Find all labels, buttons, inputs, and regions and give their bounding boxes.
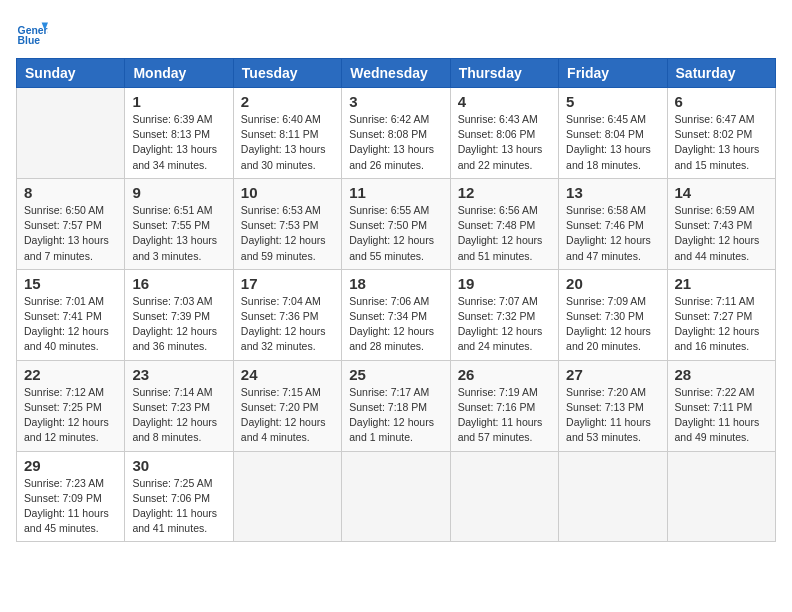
empty-cell [233, 451, 341, 542]
col-header-friday: Friday [559, 59, 667, 88]
week-row-1: 1Sunrise: 6:39 AMSunset: 8:13 PMDaylight… [17, 88, 776, 179]
logo-icon: General Blue [16, 16, 48, 48]
calendar-header-row: SundayMondayTuesdayWednesdayThursdayFrid… [17, 59, 776, 88]
day-cell-24: 24Sunrise: 7:15 AMSunset: 7:20 PMDayligh… [233, 360, 341, 451]
day-cell-25: 25Sunrise: 7:17 AMSunset: 7:18 PMDayligh… [342, 360, 450, 451]
day-cell-3: 3Sunrise: 6:42 AMSunset: 8:08 PMDaylight… [342, 88, 450, 179]
calendar-table: SundayMondayTuesdayWednesdayThursdayFrid… [16, 58, 776, 542]
day-cell-4: 4Sunrise: 6:43 AMSunset: 8:06 PMDaylight… [450, 88, 558, 179]
col-header-sunday: Sunday [17, 59, 125, 88]
col-header-monday: Monday [125, 59, 233, 88]
day-cell-5: 5Sunrise: 6:45 AMSunset: 8:04 PMDaylight… [559, 88, 667, 179]
col-header-thursday: Thursday [450, 59, 558, 88]
empty-cell [450, 451, 558, 542]
day-cell-8: 8Sunrise: 6:50 AMSunset: 7:57 PMDaylight… [17, 178, 125, 269]
day-cell-26: 26Sunrise: 7:19 AMSunset: 7:16 PMDayligh… [450, 360, 558, 451]
day-cell-19: 19Sunrise: 7:07 AMSunset: 7:32 PMDayligh… [450, 269, 558, 360]
day-cell-16: 16Sunrise: 7:03 AMSunset: 7:39 PMDayligh… [125, 269, 233, 360]
col-header-saturday: Saturday [667, 59, 775, 88]
day-cell-30: 30Sunrise: 7:25 AMSunset: 7:06 PMDayligh… [125, 451, 233, 542]
day-cell-12: 12Sunrise: 6:56 AMSunset: 7:48 PMDayligh… [450, 178, 558, 269]
day-cell-10: 10Sunrise: 6:53 AMSunset: 7:53 PMDayligh… [233, 178, 341, 269]
empty-cell [667, 451, 775, 542]
week-row-5: 29Sunrise: 7:23 AMSunset: 7:09 PMDayligh… [17, 451, 776, 542]
week-row-3: 15Sunrise: 7:01 AMSunset: 7:41 PMDayligh… [17, 269, 776, 360]
day-cell-2: 2Sunrise: 6:40 AMSunset: 8:11 PMDaylight… [233, 88, 341, 179]
day-cell-18: 18Sunrise: 7:06 AMSunset: 7:34 PMDayligh… [342, 269, 450, 360]
col-header-tuesday: Tuesday [233, 59, 341, 88]
day-cell-22: 22Sunrise: 7:12 AMSunset: 7:25 PMDayligh… [17, 360, 125, 451]
svg-text:Blue: Blue [18, 35, 41, 46]
day-cell-23: 23Sunrise: 7:14 AMSunset: 7:23 PMDayligh… [125, 360, 233, 451]
day-cell-29: 29Sunrise: 7:23 AMSunset: 7:09 PMDayligh… [17, 451, 125, 542]
col-header-wednesday: Wednesday [342, 59, 450, 88]
day-cell-11: 11Sunrise: 6:55 AMSunset: 7:50 PMDayligh… [342, 178, 450, 269]
day-cell-6: 6Sunrise: 6:47 AMSunset: 8:02 PMDaylight… [667, 88, 775, 179]
day-cell-15: 15Sunrise: 7:01 AMSunset: 7:41 PMDayligh… [17, 269, 125, 360]
empty-cell [559, 451, 667, 542]
day-cell-14: 14Sunrise: 6:59 AMSunset: 7:43 PMDayligh… [667, 178, 775, 269]
day-cell-27: 27Sunrise: 7:20 AMSunset: 7:13 PMDayligh… [559, 360, 667, 451]
day-cell-1: 1Sunrise: 6:39 AMSunset: 8:13 PMDaylight… [125, 88, 233, 179]
empty-cell [342, 451, 450, 542]
day-cell-9: 9Sunrise: 6:51 AMSunset: 7:55 PMDaylight… [125, 178, 233, 269]
calendar-body: 1Sunrise: 6:39 AMSunset: 8:13 PMDaylight… [17, 88, 776, 542]
page-header: General Blue [16, 16, 776, 48]
empty-cell [17, 88, 125, 179]
day-cell-20: 20Sunrise: 7:09 AMSunset: 7:30 PMDayligh… [559, 269, 667, 360]
day-cell-13: 13Sunrise: 6:58 AMSunset: 7:46 PMDayligh… [559, 178, 667, 269]
week-row-2: 8Sunrise: 6:50 AMSunset: 7:57 PMDaylight… [17, 178, 776, 269]
week-row-4: 22Sunrise: 7:12 AMSunset: 7:25 PMDayligh… [17, 360, 776, 451]
day-cell-21: 21Sunrise: 7:11 AMSunset: 7:27 PMDayligh… [667, 269, 775, 360]
day-cell-28: 28Sunrise: 7:22 AMSunset: 7:11 PMDayligh… [667, 360, 775, 451]
logo: General Blue [16, 16, 48, 48]
day-cell-17: 17Sunrise: 7:04 AMSunset: 7:36 PMDayligh… [233, 269, 341, 360]
